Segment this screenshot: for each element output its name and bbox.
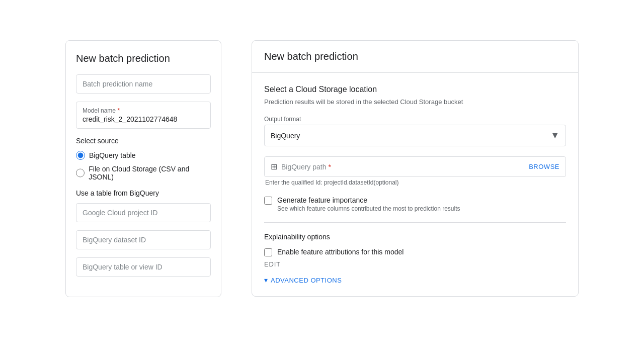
chevron-down-icon: ▾ (264, 276, 268, 284)
table-id-field (76, 257, 211, 277)
bigquery-table-label: BigQuery table (89, 151, 136, 159)
right-panel-header: New batch prediction (252, 41, 578, 73)
dataset-id-input[interactable] (83, 236, 204, 244)
feature-importance-labels: Generate feature importance See which fe… (277, 196, 460, 212)
left-panel: New batch prediction Model name * credit… (65, 40, 221, 297)
right-panel-body: Select a Cloud Storage location Predicti… (252, 73, 578, 296)
batch-prediction-name-input[interactable] (83, 80, 204, 88)
source-radio-group: BigQuery table File on Cloud Storage (CS… (76, 151, 211, 181)
cloud-storage-label: File on Cloud Storage (CSV and JSONL) (89, 165, 211, 181)
project-id-input[interactable] (83, 209, 204, 217)
bigquery-table-radio[interactable] (76, 151, 85, 160)
output-format-select[interactable]: BigQuery ▼ (264, 125, 566, 146)
model-name-wrapper: Model name * credit_risk_2_2021102774648 (76, 102, 211, 129)
table-id-input[interactable] (83, 263, 204, 271)
explainability-title: Explainability options (264, 233, 566, 241)
feature-importance-row: Generate feature importance See which fe… (264, 196, 566, 212)
model-name-label: Model name * (83, 107, 204, 114)
project-id-wrapper[interactable] (76, 203, 211, 222)
use-table-title: Use a table from BigQuery (76, 189, 211, 197)
select-source-title: Select source (76, 137, 211, 145)
dataset-id-wrapper[interactable] (76, 230, 211, 249)
table-id-wrapper[interactable] (76, 257, 211, 277)
cloud-storage-radio[interactable] (76, 168, 85, 177)
bigquery-hint: Enter the qualified Id: projectId.datase… (264, 179, 566, 186)
advanced-options-button[interactable]: ADVANCED OPTIONS (271, 277, 342, 284)
right-panel: New batch prediction Select a Cloud Stor… (252, 40, 579, 297)
feature-attributions-checkbox[interactable] (264, 248, 272, 256)
cloud-storage-desc: Prediction results will be stored in the… (264, 98, 566, 106)
model-name-value: credit_risk_2_2021102774648 (83, 115, 204, 123)
bigquery-table-option[interactable]: BigQuery table (76, 151, 211, 160)
feature-attributions-label: Enable feature attributions for this mod… (277, 248, 404, 256)
required-star: * (117, 107, 120, 114)
browse-button[interactable]: BROWSE (529, 163, 559, 170)
feature-attributions-row: Enable feature attributions for this mod… (264, 248, 566, 256)
project-id-field (76, 203, 211, 222)
bigquery-icon: ⊞ (271, 162, 277, 171)
output-format-value: BigQuery (271, 132, 300, 140)
bigquery-path-left: ⊞ BigQuery path * (271, 162, 331, 171)
cloud-storage-option[interactable]: File on Cloud Storage (CSV and JSONL) (76, 165, 211, 181)
model-name-field: Model name * credit_risk_2_2021102774648 (76, 102, 211, 129)
output-format-label: Output format (264, 116, 566, 123)
right-panel-title: New batch prediction (264, 51, 566, 62)
divider (264, 222, 566, 223)
advanced-options-row[interactable]: ▾ ADVANCED OPTIONS (264, 276, 566, 284)
feature-importance-desc: See which feature columns contributed th… (277, 205, 460, 212)
dataset-id-field (76, 230, 211, 249)
feature-importance-label: Generate feature importance (277, 196, 460, 204)
edit-button[interactable]: EDIT (264, 260, 281, 268)
batch-prediction-name-field (76, 74, 211, 94)
bigquery-path-required-star: * (328, 163, 331, 171)
feature-importance-checkbox[interactable] (264, 197, 272, 205)
bigquery-path-label: BigQuery path * (281, 163, 331, 171)
batch-prediction-name-wrapper[interactable] (76, 74, 211, 94)
cloud-storage-title: Select a Cloud Storage location (264, 85, 566, 94)
bigquery-path-wrapper[interactable]: ⊞ BigQuery path * BROWSE (264, 156, 566, 177)
chevron-down-icon: ▼ (550, 130, 559, 141)
left-panel-title: New batch prediction (76, 53, 211, 64)
